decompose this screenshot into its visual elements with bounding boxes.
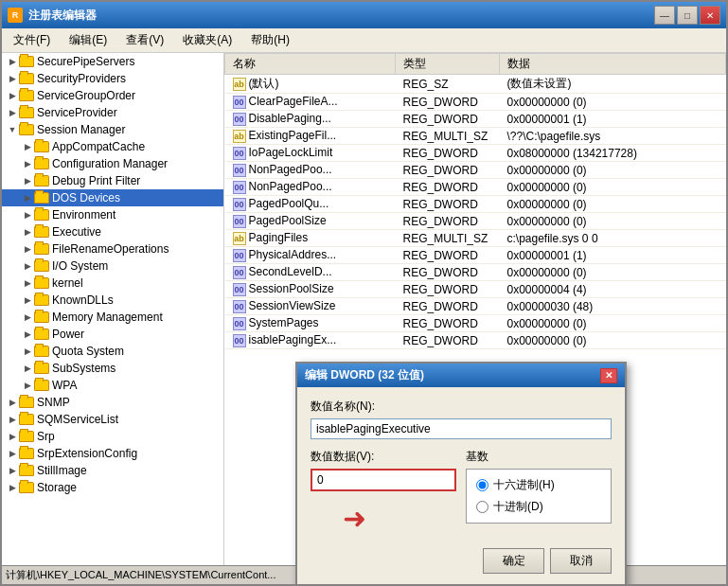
table-row[interactable]: 00SessionPoolSizeREG_DWORD0x00000004 (4) bbox=[225, 281, 726, 298]
expand-icon: ▶ bbox=[21, 157, 34, 170]
sidebar-item-snmp[interactable]: ▶SNMP bbox=[2, 394, 223, 411]
sidebar-item-debug-print-filter[interactable]: ▶Debug Print Filter bbox=[2, 172, 223, 189]
sidebar-item-executive[interactable]: ▶Executive bbox=[2, 223, 223, 240]
sidebar-item-storage[interactable]: ▶Storage bbox=[2, 479, 223, 496]
menu-file[interactable]: 文件(F) bbox=[6, 30, 58, 50]
expand-icon: ▶ bbox=[6, 413, 19, 426]
expand-icon: ▶ bbox=[21, 242, 34, 256]
folder-icon bbox=[34, 260, 49, 272]
ok-button[interactable]: 确定 bbox=[483, 548, 544, 574]
close-button[interactable]: ✕ bbox=[700, 6, 720, 25]
table-row[interactable]: 00PagedPoolSizeREG_DWORD0x00000000 (0) bbox=[225, 213, 726, 230]
expand-icon: ▶ bbox=[21, 293, 34, 307]
sidebar-item-securityproviders[interactable]: ▶SecurityProviders bbox=[2, 70, 223, 87]
table-row[interactable]: abExistingPageFil...REG_MULTI_SZ\??\C:\p… bbox=[225, 128, 726, 145]
table-row[interactable]: abPagingFilesREG_MULTI_SZc:\pagefile.sys… bbox=[225, 230, 726, 247]
maximize-button[interactable]: □ bbox=[677, 6, 698, 25]
col-header-name[interactable]: 名称 bbox=[225, 54, 396, 75]
folder-icon bbox=[19, 56, 34, 67]
cell-name: 00IoPageLockLimit bbox=[225, 145, 396, 162]
dialog-close-button[interactable]: ✕ bbox=[600, 368, 617, 383]
sidebar: ▶SecurePipeServers▶SecurityProviders▶Ser… bbox=[2, 53, 224, 565]
sidebar-item-power[interactable]: ▶Power bbox=[2, 326, 223, 343]
table-row[interactable]: 00SecondLevelD...REG_DWORD0x00000000 (0) bbox=[225, 264, 726, 281]
sidebar-item-srpextensionconfig[interactable]: ▶SrpExtensionConfig bbox=[2, 445, 223, 462]
reg-name: PagingFiles bbox=[249, 231, 309, 244]
table-row[interactable]: 00DisablePaging...REG_DWORD0x00000001 (1… bbox=[225, 111, 726, 128]
menu-edit[interactable]: 编辑(E) bbox=[62, 30, 115, 50]
base-col: 基数 十六进制(H) 十进制(D) bbox=[466, 449, 612, 524]
sidebar-item-filerenameoperations[interactable]: ▶FileRenameOperations bbox=[2, 240, 223, 257]
sidebar-item-label: SubSystems bbox=[52, 362, 115, 375]
sidebar-item-stillimage[interactable]: ▶StillImage bbox=[2, 462, 223, 479]
sidebar-item-session-manager[interactable]: ▼Session Manager bbox=[2, 121, 223, 138]
sidebar-item-i-o-system[interactable]: ▶I/O System bbox=[2, 257, 223, 275]
sidebar-item-kernel[interactable]: ▶kernel bbox=[2, 275, 223, 292]
table-row[interactable]: 00PagedPoolQu...REG_DWORD0x00000000 (0) bbox=[225, 196, 726, 213]
cell-data: 0x00000001 (1) bbox=[500, 247, 726, 264]
expand-icon: ▶ bbox=[6, 55, 19, 68]
sidebar-item-wpa[interactable]: ▶WPA bbox=[2, 377, 223, 394]
value-name-input[interactable] bbox=[311, 418, 612, 439]
expand-icon: ▶ bbox=[6, 464, 19, 477]
expand-icon: ▶ bbox=[6, 89, 19, 102]
table-row[interactable]: 00SessionViewSizeREG_DWORD0x00000030 (48… bbox=[225, 298, 726, 315]
sidebar-item-quota-system[interactable]: ▶Quota System bbox=[2, 343, 223, 360]
sidebar-item-securepipeservers[interactable]: ▶SecurePipeServers bbox=[2, 53, 223, 70]
menu-bar: 文件(F) 编辑(E) 查看(V) 收藏夹(A) 帮助(H) bbox=[2, 28, 726, 53]
expand-icon: ▶ bbox=[21, 362, 34, 375]
reg-name: PhysicalAddres... bbox=[249, 248, 337, 261]
value-data-input[interactable] bbox=[311, 469, 456, 491]
radio-hex-label[interactable]: 十六进制(H) bbox=[476, 477, 601, 493]
sidebar-item-sqmservicelist[interactable]: ▶SQMServiceList bbox=[2, 411, 223, 428]
folder-icon bbox=[19, 448, 34, 459]
cell-type: REG_DWORD bbox=[396, 315, 500, 332]
reg-name: NonPagedPoo... bbox=[249, 180, 332, 193]
sidebar-item-memory-management[interactable]: ▶Memory Management bbox=[2, 309, 223, 326]
col-header-data[interactable]: 数据 bbox=[500, 54, 726, 75]
folder-icon bbox=[34, 209, 49, 221]
sidebar-item-environment[interactable]: ▶Environment bbox=[2, 206, 223, 223]
sidebar-item-knowndlls[interactable]: ▶KnownDLLs bbox=[2, 292, 223, 309]
sidebar-item-appcompatcache[interactable]: ▶AppCompatCache bbox=[2, 138, 223, 155]
sidebar-item-dos-devices[interactable]: ▶DOS Devices bbox=[2, 189, 223, 206]
table-row[interactable]: 00NonPagedPoo...REG_DWORD0x00000000 (0) bbox=[225, 179, 726, 196]
cell-name: abPagingFiles bbox=[225, 230, 396, 247]
radio-hex-input[interactable] bbox=[476, 479, 488, 491]
sidebar-item-servicegrouporder[interactable]: ▶ServiceGroupOrder bbox=[2, 87, 223, 104]
menu-view[interactable]: 查看(V) bbox=[118, 30, 171, 50]
sidebar-item-subsystems[interactable]: ▶SubSystems bbox=[2, 360, 223, 377]
cancel-button[interactable]: 取消 bbox=[550, 548, 612, 574]
radio-dec-input[interactable] bbox=[476, 501, 488, 513]
menu-favorites[interactable]: 收藏夹(A) bbox=[175, 30, 240, 50]
cell-name: 00ClearPageFileA... bbox=[225, 94, 396, 111]
radio-dec-label[interactable]: 十进制(D) bbox=[476, 499, 601, 515]
table-row[interactable]: 00SystemPagesREG_DWORD0x00000000 (0) bbox=[225, 315, 726, 332]
sidebar-item-srp[interactable]: ▶Srp bbox=[2, 428, 223, 445]
folder-icon bbox=[34, 226, 49, 238]
table-row[interactable]: 00NonPagedPoo...REG_DWORD0x00000000 (0) bbox=[225, 162, 726, 179]
table-row[interactable]: 00isablePagingEx...REG_DWORD0x00000000 (… bbox=[225, 332, 726, 349]
folder-icon bbox=[34, 311, 49, 323]
cell-name: abExistingPageFil... bbox=[225, 128, 396, 145]
reg-name: PagedPoolSize bbox=[249, 214, 327, 227]
table-row[interactable]: ab(默认)REG_SZ(数值未设置) bbox=[225, 75, 726, 94]
minimize-button[interactable]: — bbox=[654, 6, 675, 25]
reg-name: SessionPoolSize bbox=[249, 282, 334, 295]
expand-icon: ▼ bbox=[6, 123, 19, 136]
col-header-type[interactable]: 类型 bbox=[396, 54, 500, 75]
cell-data: 0x00000000 (0) bbox=[500, 196, 726, 213]
table-row[interactable]: 00ClearPageFileA...REG_DWORD0x00000000 (… bbox=[225, 94, 726, 111]
table-row[interactable]: 00IoPageLockLimitREG_DWORD0x08000000 (13… bbox=[225, 145, 726, 162]
menu-help[interactable]: 帮助(H) bbox=[243, 30, 297, 50]
reg-type-icon: 00 bbox=[233, 181, 246, 194]
sidebar-item-configuration-manager[interactable]: ▶Configuration Manager bbox=[2, 155, 223, 172]
value-data-label: 数值数据(V): bbox=[311, 449, 456, 465]
reg-type-icon: ab bbox=[233, 78, 246, 91]
reg-name: isablePagingEx... bbox=[249, 333, 337, 346]
sidebar-item-label: Quota System bbox=[52, 345, 124, 358]
cell-type: REG_MULTI_SZ bbox=[396, 128, 500, 145]
sidebar-item-serviceprovider[interactable]: ▶ServiceProvider bbox=[2, 104, 223, 121]
table-row[interactable]: 00PhysicalAddres...REG_DWORD0x00000001 (… bbox=[225, 247, 726, 264]
reg-type-icon: 00 bbox=[233, 113, 246, 126]
